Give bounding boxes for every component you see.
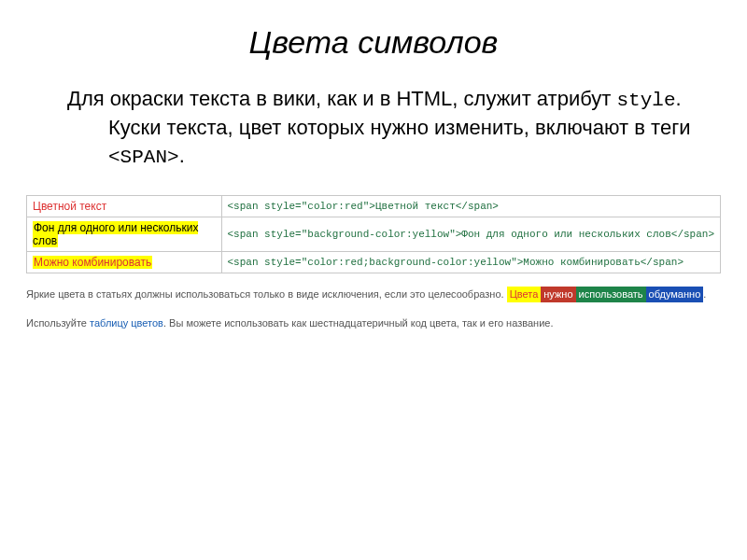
table-row: Можно комбинировать <span style="color:r… [27, 252, 721, 273]
table-row: Фон для одного или нескольких слов <span… [27, 217, 721, 252]
row3-code-text: <span style="color:red;background-color:… [228, 257, 684, 268]
chip-thoughtfully: обдуманно [646, 287, 704, 302]
note2-a: Используйте [26, 317, 90, 329]
row3-display: Можно комбинировать [27, 252, 222, 273]
row2-display: Фон для одного или нескольких слов [27, 217, 222, 252]
row2-code-text: <span style="background-color:yellow">Фо… [228, 229, 715, 240]
table-row: Цветной текст <span style="color:red">Цв… [27, 196, 721, 217]
attr-style: style [616, 90, 675, 111]
row3-display-text: Можно комбинировать [33, 256, 152, 269]
note1-text: Яркие цвета в статьях должны использоват… [26, 288, 507, 300]
slide-body: Для окраски текста в вики, как и в HTML,… [67, 85, 721, 171]
note-2: Используйте таблицу цветов. Вы можете ис… [26, 315, 721, 331]
row2-display-text: Фон для одного или нескольких слов [33, 221, 198, 247]
slide-title: Цвета символов [26, 24, 721, 61]
row1-display: Цветной текст [27, 196, 222, 217]
note1-end: . [703, 288, 706, 300]
tag-span: <SPAN> [108, 147, 179, 168]
chip-need: нужно [541, 287, 575, 302]
row1-code-text: <span style="color:red">Цветной текст</s… [228, 201, 499, 212]
row2-code: <span style="background-color:yellow">Фо… [221, 217, 721, 252]
row1-display-text: Цветной текст [33, 200, 106, 213]
chip-use: использовать [576, 287, 646, 302]
examples-table: Цветной текст <span style="color:red">Цв… [26, 195, 721, 273]
body-text-1: Для окраски текста в вики, как и в HTML,… [67, 87, 616, 110]
row3-code: <span style="color:red;background-color:… [221, 252, 721, 273]
color-table-link[interactable]: таблицу цветов [90, 317, 163, 329]
chip-colors: Цвета [507, 287, 542, 302]
row1-code: <span style="color:red">Цветной текст</s… [221, 196, 721, 217]
note2-b: . Вы можете использовать как шестнадцате… [163, 317, 553, 329]
body-text-3: . [179, 144, 185, 167]
note-1: Яркие цвета в статьях должны использоват… [26, 287, 721, 302]
